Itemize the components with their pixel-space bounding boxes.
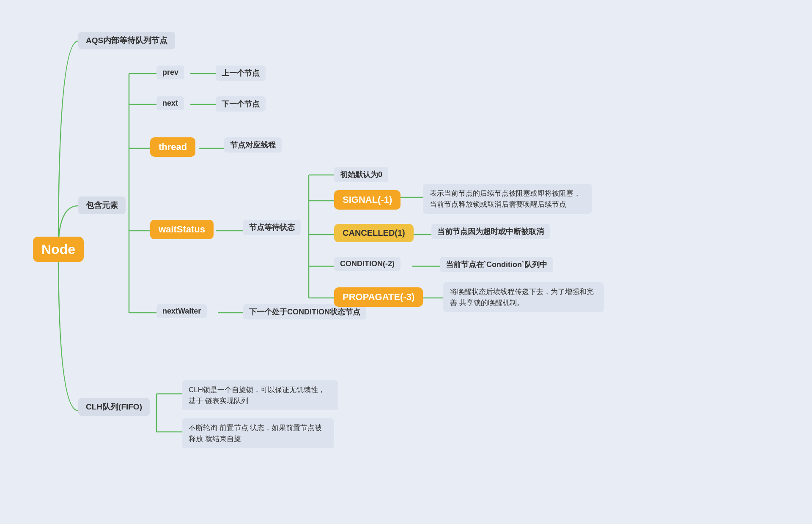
waitstatus-node: waitStatus xyxy=(150,220,214,239)
clh-desc1: CLH锁是一个自旋锁，可以保证无饥饿性，基于 链表实现队列 xyxy=(182,380,338,410)
next-node: next xyxy=(156,96,184,110)
condition-node: CONDITION(-2) xyxy=(334,257,401,271)
signal-desc: 表示当前节点的后续节点被阻塞或即将被阻塞， 当前节点释放锁或取消后需要唤醒后续节… xyxy=(423,184,592,214)
prev-node: prev xyxy=(156,66,184,79)
thread-node: thread xyxy=(150,137,195,157)
mindmap-container: Node AQS内部等待队列节点 包含元素 CLH队列(FIFO) prev 上… xyxy=(0,0,812,524)
prev-desc: 上一个节点 xyxy=(216,66,266,81)
next-desc: 下一个节点 xyxy=(216,96,266,112)
clh-node: CLH队列(FIFO) xyxy=(78,398,150,416)
condition-desc: 当前节点在`Condition`队列中 xyxy=(440,257,553,272)
cancelled-node: CANCELLED(1) xyxy=(334,224,414,242)
signal-node: SIGNAL(-1) xyxy=(334,190,401,210)
waitstatus-desc: 节点等待状态 xyxy=(243,220,301,235)
cancelled-desc: 当前节点因为超时或中断被取消 xyxy=(431,224,550,239)
thread-desc: 节点对应线程 xyxy=(224,137,282,153)
default0-node: 初始默认为0 xyxy=(334,167,388,182)
aqs-node: AQS内部等待队列节点 xyxy=(78,32,175,49)
propagate-node: PROPAGATE(-3) xyxy=(334,287,423,307)
root-node: Node xyxy=(33,237,84,262)
nextwaiter-node: nextWaiter xyxy=(156,304,207,318)
baohan-node: 包含元素 xyxy=(78,196,126,214)
clh-desc2: 不断轮询 前置节点 状态，如果前置节点被释放 就结束自旋 xyxy=(182,418,334,448)
connection-lines xyxy=(0,0,812,524)
propagate-desc: 将唤醒状态后续线程传递下去，为了增强和完善 共享锁的唤醒机制。 xyxy=(443,282,604,312)
